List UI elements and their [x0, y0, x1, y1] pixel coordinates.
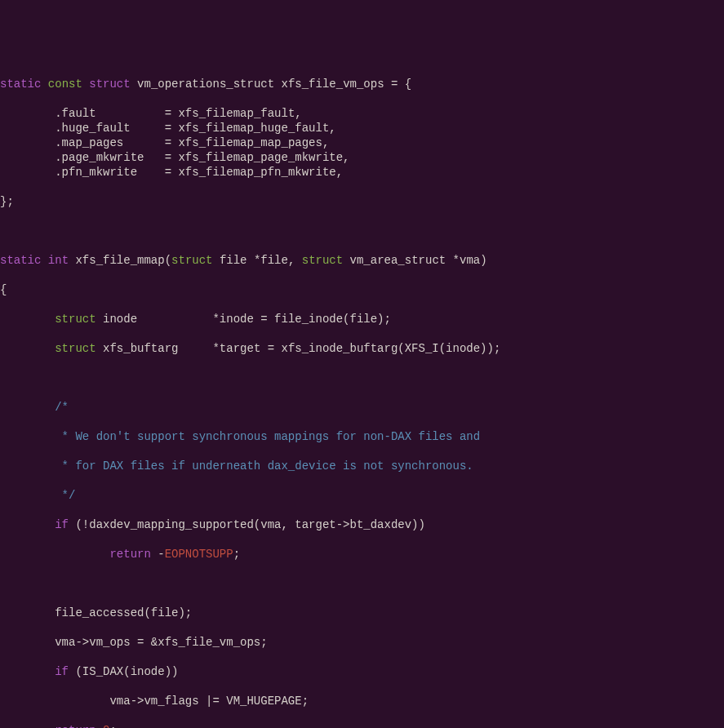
field-name: .page_mkwrite	[55, 151, 144, 164]
field-name: .huge_fault	[55, 122, 130, 135]
code-line: file_accessed(file);	[0, 606, 724, 620]
field-name: .map_pages	[55, 136, 123, 149]
code-line: vma->vm_ops = &xfs_file_vm_ops;	[0, 635, 724, 650]
code-line: if (!daxdev_mapping_supported(vma, targe…	[0, 517, 724, 532]
field-value: xfs_filemap_map_pages	[178, 136, 322, 149]
code-line: if (IS_DAX(inode))	[0, 664, 724, 679]
field-name: .fault	[55, 107, 95, 120]
code-line: struct xfs_buftarg *target = xfs_inode_b…	[0, 341, 724, 356]
field-value: xfs_filemap_pfn_mkwrite	[178, 166, 335, 179]
field-name: .pfn_mkwrite	[55, 166, 137, 179]
blank-line	[0, 224, 724, 238]
code-line: static int xfs_file_mmap(struct file *fi…	[0, 253, 724, 268]
blank-line	[0, 576, 724, 591]
comment-line: * We don't support synchronous mappings …	[0, 429, 724, 444]
code-editor[interactable]: static const struct vm_operations_struct…	[0, 62, 724, 728]
comment-line: /*	[0, 400, 724, 415]
code-line: return 0;	[0, 723, 724, 728]
code-line: .fault = xfs_filemap_fault,	[0, 106, 724, 121]
comment-line: * for DAX files if underneath dax_device…	[0, 459, 724, 473]
code-line: .huge_fault = xfs_filemap_huge_fault,	[0, 121, 724, 135]
code-line: };	[0, 194, 724, 209]
code-line: static const struct vm_operations_struct…	[0, 77, 724, 91]
code-line: vma->vm_flags |= VM_HUGEPAGE;	[0, 694, 724, 708]
code-line: return -EOPNOTSUPP;	[0, 547, 724, 562]
code-line: {	[0, 282, 724, 297]
vm-ops-block: .fault = xfs_filemap_fault, .huge_fault …	[0, 106, 724, 180]
code-line: .pfn_mkwrite = xfs_filemap_pfn_mkwrite,	[0, 165, 724, 180]
field-value: xfs_filemap_fault	[178, 107, 295, 120]
code-line: .page_mkwrite = xfs_filemap_page_mkwrite…	[0, 150, 724, 165]
code-line: .map_pages = xfs_filemap_map_pages,	[0, 135, 724, 150]
blank-line	[0, 371, 724, 385]
field-value: xfs_filemap_huge_fault	[178, 122, 329, 135]
code-line: struct inode *inode = file_inode(file);	[0, 312, 724, 326]
field-value: xfs_filemap_page_mkwrite	[178, 151, 343, 164]
comment-line: */	[0, 488, 724, 503]
